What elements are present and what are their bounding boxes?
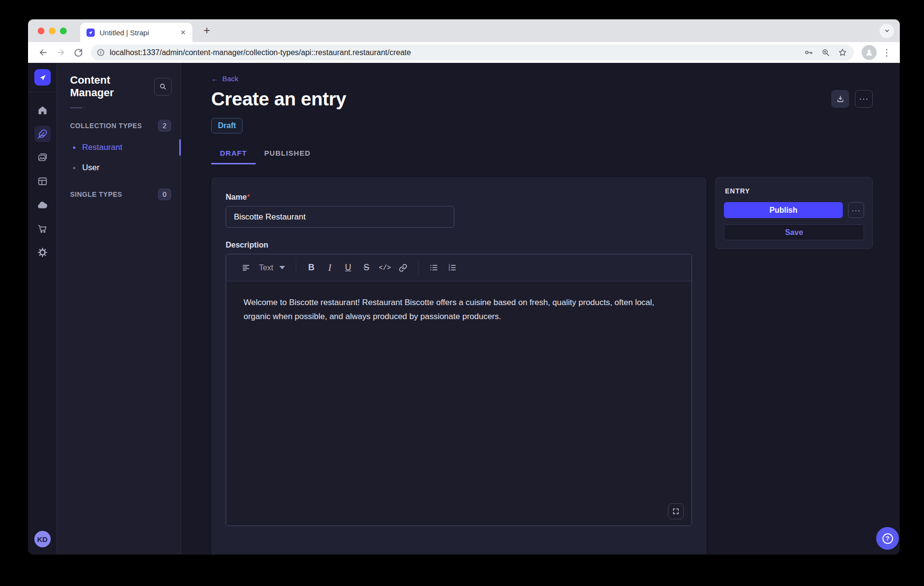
fullscreen-expand-icon (672, 508, 679, 515)
nav-rail: KD (28, 63, 57, 555)
save-button[interactable]: Save (724, 224, 864, 240)
status-badge: Draft (211, 118, 243, 133)
strapi-app: KD Content Manager COLLECTION TYPES 2 (28, 63, 900, 555)
forward-arrow-icon (56, 47, 66, 58)
browser-profile-button[interactable] (862, 45, 877, 60)
entry-more-button[interactable]: ··· (848, 202, 864, 218)
single-types-count-badge: 0 (158, 189, 171, 200)
editor-content-area[interactable]: Welcome to Biscotte restaurant! Restaura… (226, 281, 692, 526)
paragraph-style-icon[interactable] (237, 259, 255, 277)
collection-types-section: COLLECTION TYPES 2 (57, 120, 181, 132)
content-manager-subnav: Content Manager COLLECTION TYPES 2 Resta… (57, 63, 181, 555)
toolbar-divider (296, 262, 296, 274)
images-icon (37, 152, 48, 163)
nav-settings-button[interactable] (34, 244, 51, 261)
shopping-cart-icon (37, 223, 48, 234)
close-tab-icon[interactable]: × (178, 28, 188, 38)
browser-window: Untitled | Strapi × + localhost:1337/adm… (28, 19, 900, 555)
underline-button[interactable]: U (339, 259, 357, 277)
entry-panel: ENTRY Publish ··· Save (715, 177, 873, 249)
link-icon (399, 264, 407, 272)
help-button[interactable]: ? (876, 527, 899, 550)
tab-search-button[interactable] (880, 24, 894, 38)
back-link-label: Back (222, 74, 238, 83)
back-button[interactable] (35, 44, 51, 61)
tab-draft[interactable]: DRAFT (211, 144, 256, 164)
description-text[interactable]: Welcome to Biscotte restaurant! Restaura… (244, 295, 674, 323)
header-more-button[interactable]: ··· (855, 90, 873, 108)
tab-published[interactable]: PUBLISHED (256, 144, 319, 164)
page-title: Create an entry (211, 88, 346, 110)
numbered-list-icon: 123 (448, 263, 457, 272)
subnav-search-button[interactable] (154, 78, 172, 96)
close-window-button[interactable] (38, 28, 44, 34)
sidebar-item-label: User (82, 163, 100, 173)
rail-divider (28, 92, 57, 92)
nav-content-type-builder-button[interactable] (34, 173, 51, 190)
nav-content-manager-button[interactable] (34, 126, 51, 142)
zoom-icon[interactable] (821, 48, 830, 57)
bullet-icon (73, 167, 75, 169)
entry-panel-title: ENTRY (725, 187, 864, 195)
chevron-down-icon (883, 27, 891, 34)
reload-button[interactable] (70, 44, 86, 61)
subnav-divider (70, 107, 82, 108)
browser-tab[interactable]: Untitled | Strapi × (80, 23, 192, 42)
editor-toolbar: Text B I U S </> (226, 254, 692, 281)
nav-deploy-button[interactable] (34, 197, 51, 213)
nav-marketplace-button[interactable] (34, 220, 51, 237)
minimize-window-button[interactable] (49, 28, 56, 34)
layout-icon (37, 176, 48, 187)
align-left-icon (242, 264, 250, 272)
nav-home-button[interactable] (34, 102, 51, 118)
italic-button[interactable]: I (320, 259, 339, 277)
reload-icon (73, 48, 83, 57)
active-indicator (179, 139, 181, 156)
version-tabs: DRAFT PUBLISHED (211, 144, 873, 164)
search-icon (159, 83, 167, 90)
bookmark-star-icon[interactable] (838, 48, 847, 57)
description-editor: Text B I U S </> (226, 254, 692, 526)
publish-button[interactable]: Publish (724, 202, 843, 218)
name-input[interactable] (226, 206, 454, 228)
back-arrow-icon (38, 47, 48, 58)
collection-types-count-badge: 2 (158, 120, 171, 132)
tab-title: Untitled | Strapi (100, 29, 173, 37)
user-avatar[interactable]: KD (34, 531, 51, 547)
bulleted-list-button[interactable] (424, 259, 443, 277)
question-mark-icon: ? (882, 533, 893, 544)
section-label: COLLECTION TYPES (70, 122, 142, 130)
address-bar[interactable]: localhost:1337/admin/content-manager/col… (91, 44, 854, 60)
toolbar-divider (418, 262, 419, 274)
export-button[interactable] (831, 90, 849, 108)
browser-menu-button[interactable]: ⋮ (881, 47, 893, 58)
name-field-label: Name* (226, 193, 250, 201)
expand-editor-button[interactable] (668, 503, 684, 519)
required-asterisk: * (247, 193, 250, 200)
strikethrough-button[interactable]: S (357, 259, 375, 277)
passwords-key-icon[interactable] (804, 48, 813, 57)
back-arrow-icon: ← (211, 74, 218, 83)
url-text[interactable]: localhost:1337/admin/content-manager/col… (110, 48, 799, 57)
bold-button[interactable]: B (302, 259, 320, 277)
numbered-list-button[interactable]: 123 (443, 259, 461, 277)
browser-toolbar: localhost:1337/admin/content-manager/col… (28, 42, 900, 63)
desktop: Untitled | Strapi × + localhost:1337/adm… (0, 0, 924, 586)
bullet-icon (73, 146, 75, 149)
site-info-icon (97, 48, 105, 57)
sidebar-item-restaurant[interactable]: Restaurant (57, 137, 181, 158)
zoom-window-button[interactable] (60, 28, 67, 34)
svg-text:3: 3 (448, 268, 450, 271)
link-button[interactable] (394, 259, 412, 277)
code-button[interactable]: </> (375, 259, 394, 277)
back-link[interactable]: ← Back (211, 74, 238, 83)
text-style-dropdown[interactable]: Text (259, 264, 285, 272)
text-style-value: Text (259, 264, 273, 272)
new-tab-button[interactable]: + (199, 23, 215, 39)
strapi-favicon-icon (87, 29, 95, 37)
traffic-lights (38, 28, 67, 34)
strapi-logo[interactable] (34, 69, 51, 86)
sidebar-item-user[interactable]: User (57, 158, 181, 178)
nav-media-library-button[interactable] (34, 149, 51, 166)
forward-button[interactable] (52, 44, 69, 61)
